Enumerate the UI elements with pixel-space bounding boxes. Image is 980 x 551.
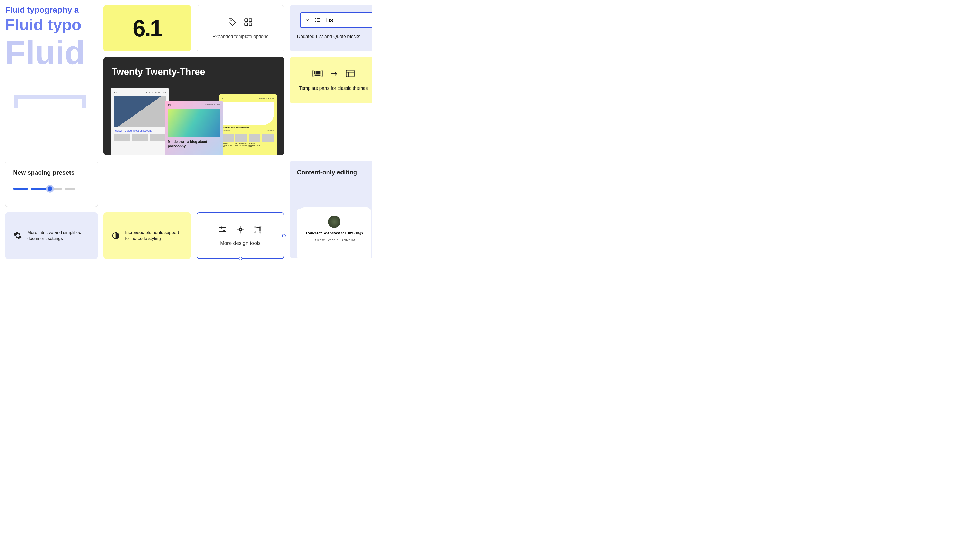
resize-handle-bottom[interactable]: [239, 257, 242, 260]
crosshair-icon: [236, 225, 245, 234]
fluid-line-1: Fluid typography a: [5, 5, 98, 15]
layout-icon: [346, 70, 355, 78]
spacing-slider[interactable]: [13, 188, 90, 190]
svg-rect-20: [315, 75, 320, 76]
nocode-text: Increased elements support for no-code s…: [125, 229, 183, 242]
grid-icon: [244, 17, 253, 27]
list-quote-card: List Updated List and Quote blocks: [290, 5, 372, 51]
contrast-icon: [112, 232, 120, 240]
svg-rect-17: [316, 73, 317, 74]
content-only-title: Content-only editing: [297, 169, 372, 176]
svg-rect-18: [318, 73, 318, 74]
svg-rect-19: [320, 73, 320, 74]
tt3-screenshot-2: TT3About Books All Posts ndblown: a blog…: [111, 88, 169, 155]
slider-thumb[interactable]: [46, 185, 54, 193]
resize-handle-right[interactable]: [282, 234, 286, 237]
fluid-typography-card: Fluid typography a Fluid typo Fluid: [5, 5, 98, 108]
content-only-card: Content-only editing Trouvelot Astronomi…: [290, 160, 372, 258]
stack-card-title: Trouvelot Astronomical Drawings: [305, 232, 363, 235]
svg-rect-16: [314, 73, 315, 74]
svg-rect-10: [317, 21, 320, 22]
list-icon: [315, 17, 321, 23]
gear-icon: [13, 231, 22, 240]
template-parts-label: Template parts for classic themes: [299, 86, 368, 91]
svg-rect-4: [249, 23, 252, 26]
keyboard-icon: [312, 70, 323, 78]
sliders-icon: [218, 226, 227, 233]
spacing-presets-card: New spacing presets: [5, 160, 98, 207]
avatar: [328, 216, 340, 228]
template-options-label: Expanded template options: [212, 34, 269, 40]
svg-rect-3: [245, 23, 248, 26]
svg-point-24: [220, 226, 222, 229]
design-tools-label: More design tools: [220, 240, 261, 246]
doc-settings-text: More intuitive and simplified document s…: [27, 229, 89, 242]
arrow-right-icon: [331, 71, 338, 76]
svg-point-0: [230, 20, 231, 21]
svg-rect-9: [315, 21, 316, 22]
svg-point-26: [223, 230, 225, 232]
nocode-styling-card: Increased elements support for no-code s…: [103, 213, 191, 259]
tt3-screenshot-3: tttAbout Books All Posts Mindblown: a bl…: [219, 94, 277, 155]
spacing-title: New spacing presets: [13, 169, 90, 176]
svg-rect-12: [314, 71, 315, 72]
svg-rect-6: [317, 18, 320, 19]
template-parts-card: Template parts for classic themes: [290, 57, 372, 103]
tag-icon: [228, 17, 237, 27]
svg-rect-27: [239, 229, 242, 231]
svg-rect-15: [320, 71, 320, 72]
tt3-title: Twenty Twenty-Three: [112, 67, 276, 77]
version-card: 6.1: [103, 5, 191, 51]
list-caption: Updated List and Quote blocks: [290, 34, 360, 40]
svg-rect-14: [318, 71, 318, 72]
svg-rect-13: [316, 71, 317, 72]
fluid-crop-box: [14, 95, 86, 108]
svg-rect-1: [245, 19, 248, 21]
list-select-label: List: [325, 16, 335, 24]
fluid-line-2: Fluid typo: [5, 17, 98, 33]
svg-rect-5: [315, 18, 316, 19]
list-block-selector[interactable]: List: [300, 12, 372, 28]
svg-rect-21: [346, 70, 354, 77]
document-settings-card: More intuitive and simplified document s…: [5, 213, 98, 259]
stack-card-front: Trouvelot Astronomical Drawings Étienne …: [298, 210, 371, 258]
svg-rect-8: [317, 20, 320, 20]
crop-icon: [253, 225, 262, 234]
stack-card-subtitle: Étienne Léopold Trouvelot: [313, 239, 355, 242]
fluid-line-3: Fluid: [5, 36, 98, 69]
twenty-twenty-three-card: Twenty Twenty-Three TT3About Books All P…: [103, 57, 284, 155]
tt3-screenshot-1: TT3About Books All Posts Mindblown: a bl…: [165, 101, 223, 155]
design-tools-card[interactable]: More design tools: [197, 213, 284, 259]
svg-rect-2: [249, 19, 252, 21]
chevron-down-icon: [305, 18, 310, 22]
svg-rect-7: [315, 20, 316, 20]
template-options-card: Expanded template options: [197, 5, 284, 51]
version-number: 6.1: [132, 15, 162, 42]
